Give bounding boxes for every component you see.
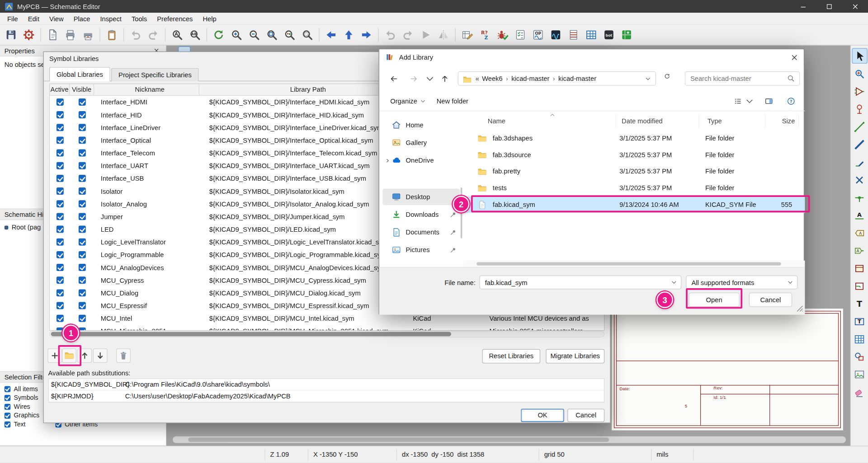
filter-symbols[interactable]: Symbols bbox=[5, 394, 38, 401]
menu-item-file[interactable]: File bbox=[2, 13, 23, 24]
scrollbar-thumb[interactable] bbox=[476, 262, 781, 265]
schematic-setup-button[interactable] bbox=[21, 27, 37, 42]
breadcrumb-segment[interactable]: kicad-master bbox=[557, 75, 598, 82]
view-options-button[interactable] bbox=[733, 97, 750, 106]
help-button[interactable]: ? bbox=[787, 97, 796, 106]
active-checkbox[interactable] bbox=[56, 289, 63, 296]
visible-checkbox[interactable] bbox=[78, 276, 85, 284]
menu-item-place[interactable]: Place bbox=[69, 13, 95, 24]
erc-report-button[interactable] bbox=[513, 27, 528, 42]
minimize-button[interactable] bbox=[790, 0, 816, 13]
zoom-out-button[interactable] bbox=[246, 27, 262, 42]
file-list-scrollbar[interactable] bbox=[463, 261, 805, 267]
visible-checkbox[interactable] bbox=[78, 315, 85, 322]
active-checkbox[interactable] bbox=[56, 124, 63, 131]
active-checkbox[interactable] bbox=[56, 136, 63, 144]
move-down-button[interactable] bbox=[93, 348, 108, 363]
global-label-button[interactable]: A bbox=[852, 225, 867, 240]
chevron-down-icon[interactable] bbox=[787, 279, 793, 285]
tab-project-specific-libraries[interactable]: Project Specific Libraries bbox=[111, 68, 199, 81]
visible-checkbox[interactable] bbox=[78, 264, 85, 271]
menu-item-inspect[interactable]: Inspect bbox=[95, 13, 126, 24]
nav-back-button[interactable] bbox=[323, 27, 339, 42]
sheet-symbol-button[interactable] bbox=[852, 261, 867, 276]
menu-item-preferences[interactable]: Preferences bbox=[152, 13, 198, 24]
refresh-button[interactable] bbox=[664, 73, 675, 84]
breadcrumb-collapse[interactable]: « bbox=[476, 75, 479, 82]
canvas-horizontal-scrollbar[interactable] bbox=[173, 436, 846, 443]
sidebar-item-pictures[interactable]: Pictures bbox=[382, 242, 460, 258]
visible-checkbox[interactable] bbox=[78, 124, 85, 131]
active-checkbox[interactable] bbox=[56, 315, 63, 322]
active-checkbox[interactable] bbox=[56, 239, 63, 246]
print-button[interactable] bbox=[62, 27, 78, 42]
active-checkbox[interactable] bbox=[56, 111, 63, 118]
organize-button[interactable]: Organize bbox=[390, 97, 425, 105]
active-checkbox[interactable] bbox=[56, 276, 63, 284]
visible-checkbox[interactable] bbox=[78, 162, 85, 169]
zoom-in-button[interactable] bbox=[229, 27, 244, 42]
draw-shapes-button[interactable] bbox=[852, 349, 867, 365]
sidebar-item-downloads[interactable]: Downloads bbox=[382, 206, 460, 223]
sidebar-scrollbar[interactable] bbox=[461, 187, 462, 239]
run-erc-button[interactable] bbox=[495, 27, 510, 42]
active-checkbox[interactable] bbox=[56, 200, 63, 207]
visible-checkbox[interactable] bbox=[78, 187, 85, 195]
breadcrumb-segment[interactable]: kicad-master bbox=[510, 75, 551, 82]
menu-item-edit[interactable]: Edit bbox=[23, 13, 44, 24]
visible-checkbox[interactable] bbox=[78, 226, 85, 233]
add-image-button[interactable] bbox=[852, 367, 867, 382]
file-row[interactable]: fab.pretty3/1/2025 5:37 PMFile folder bbox=[463, 163, 805, 180]
visible-checkbox[interactable] bbox=[78, 289, 85, 296]
active-checkbox[interactable] bbox=[56, 226, 63, 233]
add-symbol-button[interactable] bbox=[852, 84, 867, 99]
visible-checkbox[interactable] bbox=[78, 327, 85, 331]
nav-forward-button[interactable] bbox=[359, 27, 374, 42]
sidebar-item-onedrive[interactable]: OneDrive bbox=[382, 152, 460, 169]
wire-to-bus-entry-button[interactable] bbox=[852, 154, 867, 170]
file-name-combo[interactable]: fab.kicad_sym bbox=[479, 276, 681, 290]
visible-checkbox[interactable] bbox=[78, 239, 85, 246]
file-column-header-size[interactable]: Size bbox=[765, 114, 798, 127]
recent-locations-icon[interactable] bbox=[425, 72, 434, 85]
nav-up-button[interactable] bbox=[341, 27, 356, 42]
column-header-library-path[interactable]: Library Path bbox=[199, 84, 407, 95]
active-checkbox[interactable] bbox=[56, 175, 63, 182]
resize-grip[interactable] bbox=[796, 305, 804, 313]
filter-checkbox[interactable] bbox=[5, 386, 10, 392]
visible-checkbox[interactable] bbox=[78, 302, 85, 309]
file-row[interactable]: fab.3dsource3/1/2025 5:37 PMFile folder bbox=[463, 146, 805, 163]
zoom-objects-button[interactable] bbox=[282, 27, 297, 42]
edit-symbol-fields-button[interactable] bbox=[459, 27, 475, 42]
paste-button[interactable] bbox=[104, 27, 119, 42]
scrollbar-thumb[interactable] bbox=[51, 332, 451, 337]
active-checkbox[interactable] bbox=[56, 327, 63, 331]
file-column-header-date-modified[interactable]: Date modified bbox=[616, 114, 699, 127]
draw-bus-button[interactable] bbox=[852, 136, 867, 152]
file-column-header-type[interactable]: Type bbox=[699, 114, 766, 127]
visible-checkbox[interactable] bbox=[78, 150, 85, 157]
select-tool-button[interactable] bbox=[852, 48, 867, 64]
zoom-selection-button[interactable] bbox=[299, 27, 315, 42]
find-button[interactable]: A bbox=[170, 27, 185, 42]
column-header-visible[interactable]: Visible bbox=[70, 84, 94, 95]
save-button[interactable] bbox=[3, 27, 19, 42]
active-checkbox[interactable] bbox=[56, 98, 63, 106]
close-button[interactable] bbox=[842, 0, 868, 13]
column-header-nickname[interactable]: Nickname bbox=[94, 84, 199, 95]
active-checkbox[interactable] bbox=[56, 264, 63, 271]
visible-checkbox[interactable] bbox=[78, 200, 85, 207]
file-row[interactable]: fab.3dshapes3/1/2025 5:37 PMFile folder bbox=[463, 130, 805, 147]
forward-button[interactable] bbox=[407, 72, 420, 85]
visible-checkbox[interactable] bbox=[78, 213, 85, 220]
dialog-cancel-button[interactable]: Cancel bbox=[749, 293, 793, 307]
visible-checkbox[interactable] bbox=[78, 98, 85, 106]
sidebar-item-documents[interactable]: Documents bbox=[382, 224, 460, 241]
visible-checkbox[interactable] bbox=[78, 136, 85, 144]
cancel-button[interactable]: Cancel bbox=[567, 409, 604, 422]
back-button[interactable] bbox=[387, 72, 400, 85]
filter-all-items[interactable]: All items bbox=[5, 385, 38, 392]
sheet-pin-button[interactable] bbox=[852, 278, 867, 294]
junction-button[interactable] bbox=[852, 190, 867, 205]
filter-text[interactable]: Text bbox=[5, 421, 26, 428]
